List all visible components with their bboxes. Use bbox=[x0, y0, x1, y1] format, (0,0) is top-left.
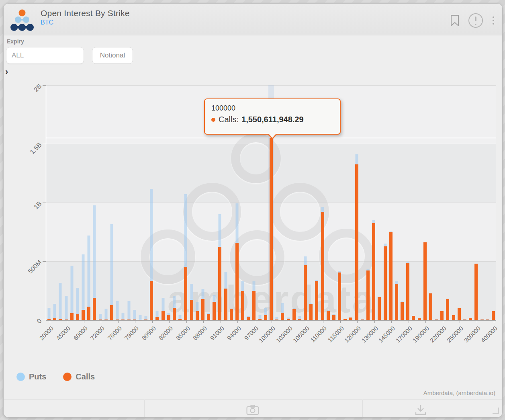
put-bar bbox=[59, 283, 62, 320]
bar-slot-1[interactable] bbox=[52, 85, 57, 320]
call-bar bbox=[418, 318, 421, 320]
bar-slot-19[interactable] bbox=[154, 85, 160, 320]
bar-slot-58[interactable] bbox=[376, 85, 382, 320]
call-bar bbox=[389, 232, 393, 320]
bar-slot-2[interactable] bbox=[57, 85, 63, 320]
bar-slot-13[interactable] bbox=[120, 85, 126, 320]
widget-card: Open Interest By Strike BTC Expiry ALL N… bbox=[3, 3, 503, 418]
bar-slot-25[interactable] bbox=[188, 85, 194, 320]
bar-slot-5[interactable] bbox=[75, 85, 80, 320]
put-bar bbox=[116, 301, 119, 320]
call-bar bbox=[47, 319, 51, 320]
bar-slot-69[interactable] bbox=[439, 85, 445, 320]
call-bar bbox=[76, 314, 79, 320]
call-bar bbox=[332, 315, 335, 320]
bar-slot-56[interactable] bbox=[365, 85, 371, 320]
amberdata-logo bbox=[9, 8, 35, 31]
collapse-chevron-icon[interactable]: › bbox=[5, 67, 12, 77]
bar-slot-72[interactable] bbox=[456, 85, 462, 320]
bar-slot-75[interactable] bbox=[473, 85, 479, 320]
bar-slot-66[interactable] bbox=[422, 85, 428, 320]
bar-slot-14[interactable] bbox=[126, 85, 131, 320]
bar-slot-78[interactable] bbox=[491, 85, 496, 320]
resize-handle-icon[interactable] bbox=[493, 408, 499, 414]
bar-slot-73[interactable] bbox=[462, 85, 468, 320]
bar-slot-16[interactable] bbox=[137, 85, 143, 320]
bar-slot-4[interactable] bbox=[69, 85, 75, 320]
call-bar bbox=[104, 320, 108, 320]
put-bar bbox=[65, 296, 67, 320]
call-bar bbox=[133, 320, 136, 320]
bar-slot-65[interactable] bbox=[417, 85, 422, 320]
download-icon[interactable] bbox=[413, 404, 428, 416]
call-bar bbox=[116, 320, 119, 320]
legend-item-calls[interactable]: Calls bbox=[63, 372, 95, 381]
bar-slot-53[interactable] bbox=[348, 85, 354, 320]
x-axis-tick bbox=[50, 320, 50, 323]
bar-slot-60[interactable] bbox=[388, 85, 394, 320]
bar-slot-8[interactable] bbox=[92, 85, 97, 320]
call-bar bbox=[287, 319, 290, 320]
legend-item-puts[interactable]: Puts bbox=[16, 372, 46, 381]
camera-icon[interactable] bbox=[245, 404, 260, 416]
call-bar bbox=[207, 314, 210, 320]
bar-slot-11[interactable] bbox=[109, 85, 114, 320]
bar-slot-52[interactable] bbox=[342, 85, 348, 320]
x-axis-tick bbox=[169, 320, 170, 323]
call-bar bbox=[59, 319, 62, 320]
bar-slot-0[interactable] bbox=[46, 85, 52, 320]
x-axis-tick bbox=[186, 320, 187, 323]
bar-slot-67[interactable] bbox=[428, 85, 433, 320]
call-bar bbox=[292, 309, 296, 320]
expiry-select[interactable]: ALL bbox=[6, 47, 84, 64]
bar-slot-7[interactable] bbox=[86, 85, 92, 320]
bar-slot-17[interactable] bbox=[143, 85, 149, 320]
bar-slot-54[interactable] bbox=[354, 85, 360, 320]
call-bar bbox=[167, 315, 170, 320]
x-axis-tick bbox=[306, 320, 306, 323]
y-axis-tick bbox=[43, 320, 46, 320]
bar-slot-70[interactable] bbox=[445, 85, 450, 320]
call-bar bbox=[247, 317, 250, 320]
bar-slot-71[interactable] bbox=[451, 85, 456, 320]
kebab-menu-icon[interactable] bbox=[492, 16, 495, 25]
call-bar bbox=[440, 311, 444, 320]
bar-slot-62[interactable] bbox=[399, 85, 405, 320]
bar-slot-20[interactable] bbox=[160, 85, 166, 320]
bar-slot-12[interactable] bbox=[114, 85, 120, 320]
bar-slot-77[interactable] bbox=[485, 85, 491, 320]
call-bar bbox=[429, 293, 432, 320]
bar-slot-26[interactable] bbox=[194, 85, 200, 320]
bar-slot-21[interactable] bbox=[166, 85, 172, 320]
bar-slot-9[interactable] bbox=[98, 85, 103, 320]
bar-slot-24[interactable] bbox=[183, 85, 188, 320]
bar-slot-59[interactable] bbox=[382, 85, 388, 320]
bar-slot-6[interactable] bbox=[80, 85, 86, 320]
bar-slot-55[interactable] bbox=[360, 85, 365, 320]
bar-slot-3[interactable] bbox=[63, 85, 69, 320]
bar-slot-15[interactable] bbox=[132, 85, 137, 320]
alert-icon[interactable] bbox=[468, 13, 483, 28]
bar-slot-68[interactable] bbox=[433, 85, 439, 320]
call-bar bbox=[469, 318, 472, 320]
bookmark-icon[interactable] bbox=[450, 14, 460, 27]
notional-button[interactable]: Notional bbox=[92, 47, 133, 64]
y-axis-tick bbox=[43, 261, 46, 262]
bar-slot-57[interactable] bbox=[371, 85, 376, 320]
bar-slot-61[interactable] bbox=[394, 85, 399, 320]
bar-slot-74[interactable] bbox=[468, 85, 473, 320]
call-bar bbox=[196, 311, 199, 320]
bar-slot-64[interactable] bbox=[411, 85, 416, 320]
bar-slot-63[interactable] bbox=[405, 85, 411, 320]
attribution-text: Amberdata, (amberdata.io) bbox=[423, 389, 495, 396]
call-bar bbox=[264, 315, 267, 320]
bar-slot-10[interactable] bbox=[103, 85, 109, 320]
call-bar bbox=[355, 164, 358, 320]
x-axis-tick bbox=[152, 320, 153, 323]
bar-slot-18[interactable] bbox=[149, 85, 154, 320]
call-bar bbox=[412, 316, 415, 320]
bar-slot-76[interactable] bbox=[479, 85, 485, 320]
widget-header: Open Interest By Strike BTC bbox=[4, 4, 502, 35]
bar-slot-23[interactable] bbox=[177, 85, 183, 320]
bar-slot-22[interactable] bbox=[172, 85, 177, 320]
